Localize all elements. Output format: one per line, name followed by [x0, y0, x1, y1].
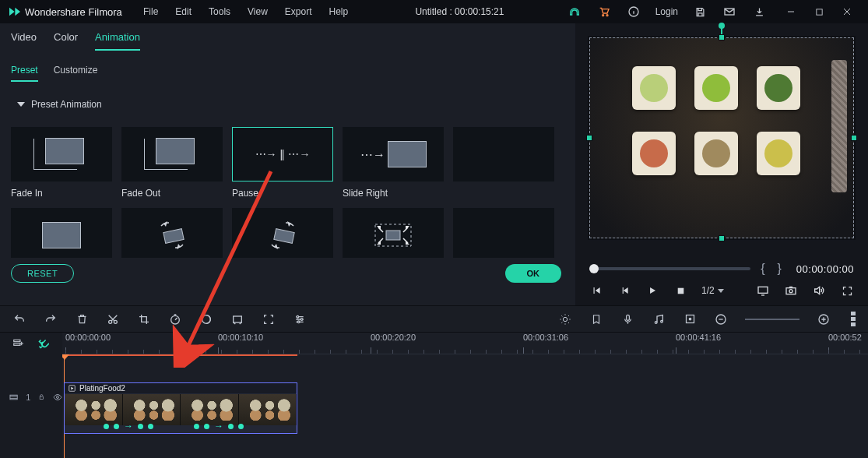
timeline: 1 00:00:00:00 00:00:10:10 00:00:20:20 00… — [0, 332, 868, 458]
svg-rect-6 — [274, 229, 294, 244]
tab-color[interactable]: Color — [54, 31, 78, 51]
cut-icon[interactable] — [106, 312, 120, 326]
preset-fade-out[interactable]: Fade Out — [121, 127, 223, 199]
clip-name: PlatingFood2 — [79, 384, 125, 393]
window-maximize[interactable] — [806, 2, 832, 21]
eye-icon[interactable] — [53, 393, 62, 402]
svg-rect-9 — [677, 287, 684, 294]
svg-rect-4 — [816, 9, 821, 14]
expand-icon — [367, 220, 419, 251]
keyframe-icon[interactable] — [683, 312, 697, 326]
menu-view[interactable]: View — [240, 3, 276, 20]
preset-fade-in[interactable]: Fade In — [11, 127, 112, 199]
snapshot-icon[interactable] — [784, 284, 798, 298]
voiceover-icon[interactable] — [620, 312, 634, 326]
svg-rect-10 — [758, 287, 768, 293]
volume-icon[interactable] — [812, 284, 826, 298]
preset-row2-2[interactable] — [121, 208, 223, 258]
project-title: Untitled : 00:00:15:21 — [356, 6, 563, 17]
marker-icon[interactable] — [589, 312, 603, 326]
mail-icon[interactable] — [719, 5, 740, 18]
adjust-icon[interactable] — [293, 312, 307, 326]
track-number: 1 — [26, 393, 30, 402]
prev-frame-button[interactable] — [617, 284, 631, 298]
svg-rect-22 — [626, 315, 629, 320]
audio-meter-icon[interactable] — [851, 312, 856, 326]
display-toggle-icon[interactable] — [756, 284, 770, 298]
speed-icon[interactable] — [168, 312, 182, 326]
keyframe-row: → → — [104, 421, 244, 432]
menu-help[interactable]: Help — [322, 3, 357, 20]
track-header[interactable]: 1 — [0, 392, 62, 402]
timeline-clip[interactable]: PlatingFood2 → → — [64, 382, 297, 434]
render-icon[interactable] — [558, 312, 572, 326]
info-icon[interactable] — [623, 5, 645, 18]
menu-edit[interactable]: Edit — [167, 3, 199, 20]
preset-row2-5[interactable] — [453, 208, 554, 258]
zoom-slider[interactable] — [745, 319, 799, 320]
tab-animation[interactable]: Animation — [95, 31, 140, 51]
audio-mixer-icon[interactable] — [652, 312, 666, 326]
save-icon[interactable] — [689, 6, 711, 18]
mark-in-button[interactable]: { — [758, 262, 767, 276]
subtab-preset[interactable]: Preset — [11, 65, 38, 82]
rotate-cw-icon — [150, 220, 194, 251]
download-icon[interactable] — [748, 6, 770, 18]
ok-button[interactable]: OK — [505, 264, 562, 283]
svg-rect-8 — [386, 231, 400, 240]
step-back-button[interactable] — [589, 284, 603, 298]
preset-row2-3[interactable] — [232, 208, 333, 258]
support-icon[interactable] — [564, 5, 585, 18]
cart-icon[interactable] — [593, 5, 615, 18]
lock-icon[interactable] — [38, 392, 45, 402]
magnet-icon[interactable] — [36, 336, 50, 351]
undo-icon[interactable] — [12, 312, 26, 326]
svg-point-20 — [297, 321, 300, 323]
green-screen-icon[interactable] — [230, 312, 244, 326]
svg-rect-11 — [786, 288, 796, 294]
rotate-ccw-icon — [261, 220, 304, 251]
subtab-customize[interactable]: Customize — [54, 65, 98, 82]
animation-presets-grid: Fade In Fade Out ⋯→ ‖ ⋯→ Pause ⋯→ Slide … — [0, 110, 575, 258]
section-preset-animation[interactable]: Preset Animation — [0, 82, 575, 110]
preset-row2-1[interactable] — [11, 208, 112, 258]
preset-slide-right[interactable]: ⋯→ Slide Right — [343, 127, 444, 199]
svg-rect-5 — [163, 229, 184, 244]
brand-label: Wondershare Filmora — [25, 6, 122, 18]
zoom-out-icon[interactable] — [714, 312, 728, 326]
fullscreen-icon[interactable] — [840, 284, 854, 298]
play-button[interactable] — [645, 284, 659, 298]
preset-hidden-1[interactable] — [453, 127, 554, 199]
mark-out-button[interactable]: } — [775, 262, 783, 276]
timeline-ruler[interactable]: 00:00:00:00 00:00:10:10 00:00:20:20 00:0… — [62, 333, 868, 354]
crop-icon[interactable] — [137, 312, 151, 326]
delete-icon[interactable] — [75, 312, 89, 326]
menu-tools[interactable]: Tools — [201, 3, 238, 20]
tab-video[interactable]: Video — [11, 31, 37, 51]
svg-point-15 — [171, 315, 180, 324]
window-close[interactable] — [834, 2, 860, 21]
preview-timecode: 00:00:00:00 — [796, 263, 854, 275]
zoom-in-icon[interactable] — [817, 312, 831, 326]
svg-point-19 — [300, 318, 303, 320]
preset-pause[interactable]: ⋯→ ‖ ⋯→ Pause — [232, 127, 333, 199]
preview-canvas[interactable] — [589, 37, 854, 238]
menu-file[interactable]: File — [135, 3, 166, 20]
focus-icon[interactable] — [262, 312, 276, 326]
preview-scrubber[interactable] — [589, 267, 750, 270]
preset-row2-4[interactable] — [343, 208, 444, 258]
window-minimize[interactable] — [778, 2, 804, 21]
stop-button[interactable] — [673, 284, 687, 298]
color-tool-icon[interactable] — [199, 312, 213, 326]
menu-export[interactable]: Export — [277, 3, 320, 20]
section-label: Preset Animation — [31, 99, 102, 110]
playback-speed[interactable]: 1/2 — [701, 285, 724, 296]
login-button[interactable]: Login — [652, 6, 681, 17]
reset-button[interactable]: RESET — [11, 264, 74, 283]
video-track-icon — [9, 393, 18, 402]
svg-point-0 — [602, 15, 603, 16]
clip-play-icon — [68, 385, 76, 392]
redo-icon[interactable] — [44, 312, 58, 326]
add-track-icon[interactable] — [11, 336, 25, 351]
arrow-right-icon: ⋯→ — [360, 147, 385, 162]
